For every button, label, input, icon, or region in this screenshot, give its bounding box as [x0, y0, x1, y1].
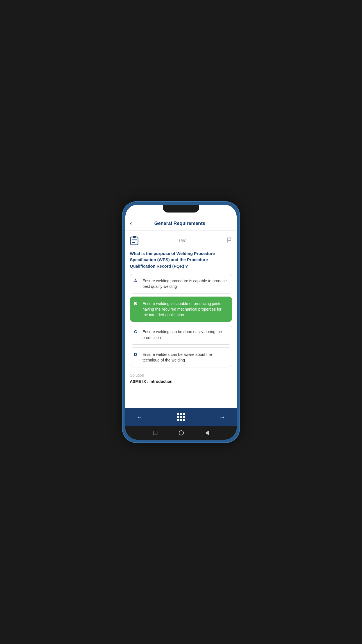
- triangle-icon: [205, 430, 209, 435]
- option-a-letter: A: [134, 278, 139, 283]
- status-bar: [125, 205, 237, 216]
- android-nav-bar: [125, 426, 237, 440]
- phone-frame: ‹ General Requirements: [122, 201, 240, 443]
- android-square-button[interactable]: [153, 431, 157, 435]
- option-b[interactable]: B Ensure welding is capable of producing…: [130, 297, 232, 322]
- option-c-letter: C: [134, 329, 139, 334]
- option-a[interactable]: A Ensure welding procedure is capable to…: [130, 274, 232, 294]
- next-button[interactable]: →: [219, 413, 225, 421]
- option-d-letter: D: [134, 352, 139, 357]
- flag-icon[interactable]: [226, 237, 232, 245]
- progress-indicator: 1/68: [178, 238, 186, 243]
- android-home-button[interactable]: [179, 430, 184, 435]
- header: ‹ General Requirements: [125, 216, 237, 231]
- option-a-text: Ensure welding procedure is capable to p…: [142, 278, 228, 290]
- option-d[interactable]: D Ensure welders can be aware about the …: [130, 347, 232, 367]
- solution-section: Solution ASME IX : Introduction: [130, 371, 232, 386]
- circle-icon: [179, 430, 184, 435]
- progress-row: 1/68: [130, 235, 232, 247]
- clipboard-icon: [130, 235, 139, 247]
- option-b-text: Ensure welding is capable of producing j…: [142, 301, 228, 318]
- grid-menu-button[interactable]: [177, 413, 185, 421]
- svg-rect-1: [133, 236, 136, 238]
- back-button[interactable]: ‹: [130, 220, 132, 227]
- option-c-text: Ensure welding can be done easily during…: [142, 329, 228, 340]
- phone-inner: ‹ General Requirements: [125, 205, 237, 440]
- option-c[interactable]: C Ensure welding can be done easily duri…: [130, 325, 232, 345]
- solution-value: ASME IX : Introduction: [130, 379, 232, 384]
- android-back-button[interactable]: [205, 430, 209, 435]
- notch: [163, 205, 199, 213]
- content-area: 1/68 What is the purpose of Welding Proc…: [125, 231, 237, 408]
- square-icon: [153, 431, 157, 435]
- screen: ‹ General Requirements: [125, 216, 237, 426]
- bottom-navigation: ← →: [125, 408, 237, 426]
- option-b-letter: B: [134, 301, 139, 306]
- option-d-text: Ensure welders can be aware about the te…: [142, 352, 228, 363]
- prev-button[interactable]: ←: [137, 413, 143, 421]
- solution-label: Solution: [130, 373, 232, 378]
- page-title: General Requirements: [134, 221, 225, 226]
- question-text: What is the purpose of Welding Procedure…: [130, 250, 232, 270]
